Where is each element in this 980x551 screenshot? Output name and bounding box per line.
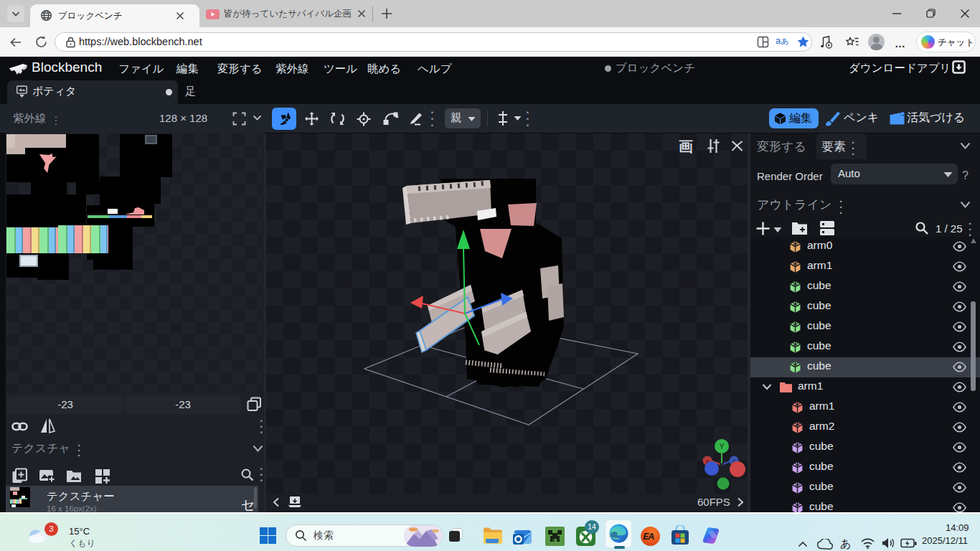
svg-text:Y: Y [720,443,725,451]
